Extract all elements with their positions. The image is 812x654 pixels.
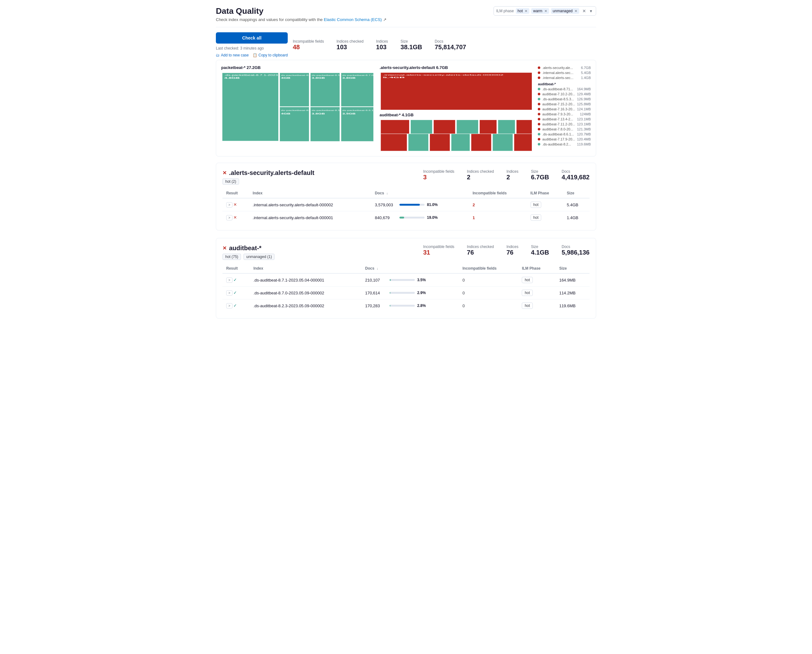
legend-dot (538, 128, 540, 130)
legend-dot (538, 103, 540, 105)
group-error-icon: ✕ (222, 170, 227, 176)
ilm-cell: hot (527, 198, 563, 211)
incompatible-cell: 0 (459, 299, 518, 312)
expand-filters-button[interactable]: ▾ (588, 8, 593, 14)
summary-stats: Incompatible fields 48 Indices checked 1… (293, 39, 466, 51)
remove-hot-tag[interactable]: ✕ (525, 9, 527, 13)
docs-bar: 3,579,003 81.0% (375, 203, 465, 207)
index-cell: .ds-auditbeat-8.7.1-2023.05.04-000001 (250, 274, 362, 287)
docs-cell: 3,579,003 81.0% (371, 198, 469, 211)
expand-button[interactable]: > (226, 215, 233, 220)
page-subtitle: Check index mappings and values for comp… (216, 17, 386, 22)
legend-item: auditbeat-7.17.9-20... 120.4MB (538, 137, 591, 142)
incompatible-cell: 0 (459, 274, 518, 287)
treemap-auditbeat-title: auditbeat-* 4.1GB (380, 113, 533, 117)
ilm-badge: hot (522, 277, 533, 283)
group-badges: hot (2) (222, 177, 314, 185)
docs-count: 170,283 (365, 304, 387, 308)
ilm-cell: hot (518, 274, 555, 287)
index-cell: .internal.alerts-security.alerts-default… (249, 211, 371, 224)
size-cell: 5.4GB (563, 198, 590, 211)
svg-rect-34 (451, 134, 470, 151)
expand-button[interactable]: > (226, 290, 233, 296)
legend-item: .ds-auditbeat-8.5.3... 126.9MB (538, 96, 591, 102)
expand-cell: > ✕ (222, 211, 249, 224)
expand-button[interactable]: > (226, 303, 233, 309)
table-row: > ✓ .ds-auditbeat-8.7.0-2023.05.09-00000… (222, 287, 590, 299)
ecs-link[interactable]: Elastic Common Schema (ECS) (324, 17, 382, 22)
size-cell: 164.9MB (555, 274, 590, 287)
svg-text:3.8GB: 3.8GB (342, 77, 355, 79)
svg-rect-36 (492, 134, 513, 151)
col-result: Result (222, 264, 250, 274)
remove-warm-tag[interactable]: ✕ (544, 9, 547, 13)
svg-rect-18 (341, 107, 374, 141)
col-size: Size (563, 188, 590, 198)
incompatible-value: 0 (463, 290, 465, 295)
filter-tag-warm: warm ✕ (531, 8, 549, 14)
filter-bar: ILM phase hot ✕ warm ✕ unmanaged ✕ ✕ ▾ (493, 6, 596, 16)
group-stat-docs: Docs 4,419,682 (562, 169, 590, 181)
docs-bar-fill (390, 279, 391, 281)
incompatible-value: 0 (463, 278, 465, 283)
group-title: .alerts-security.alerts-default (229, 169, 314, 177)
legend-dot (538, 76, 540, 79)
docs-bar: 840,679 19.0% (375, 215, 465, 220)
docs-cell: 170,614 2.9% (362, 287, 459, 299)
svg-rect-25 (410, 120, 432, 134)
result-icon: ✕ (233, 215, 237, 220)
incompatible-value: 1 (472, 215, 475, 220)
treemap-auditbeat-canvas (380, 120, 533, 151)
docs-count: 170,614 (365, 290, 387, 295)
group-title-row: ✕ auditbeat-* (222, 244, 276, 252)
table-row: > ✓ .ds-auditbeat-8.2.3-2023.05.09-00000… (222, 299, 590, 312)
copy-clipboard-link[interactable]: 📋 Copy to clipboard (253, 53, 288, 57)
col-size: Size (555, 264, 590, 274)
group-badges: hot (75) unmanaged (1) (222, 252, 276, 260)
treemap-alerts-title: .alerts-security.alerts-default 6.7GB (380, 65, 533, 70)
clipboard-icon: 📋 (253, 53, 257, 57)
expand-cell: > ✓ (222, 274, 250, 287)
ilm-cell: hot (518, 287, 555, 299)
col-ilm: ILM Phase (518, 264, 555, 274)
clear-filters-button[interactable]: ✕ (581, 8, 587, 14)
group-stats: Incompatible fields 31 Indices checked 7… (423, 244, 590, 256)
group-header: ✕ .alerts-security.alerts-default hot (2… (222, 169, 590, 185)
ilm-cell: hot (518, 299, 555, 312)
legend-dot (538, 123, 540, 125)
stat-size: Size 38.1GB (401, 39, 422, 51)
col-index: Index (250, 264, 362, 274)
legend-item: auditbeat-7.16.3-20... 124.1MB (538, 107, 591, 112)
group-stat-size: Size 6.7GB (531, 169, 549, 181)
expand-button[interactable]: > (226, 202, 233, 208)
ilm-badge: hot (522, 303, 533, 309)
legend-item: auditbeat-7.11.2-20... 123.1MB (538, 122, 591, 127)
svg-rect-29 (498, 120, 515, 134)
docs-bar: 170,283 2.8% (365, 304, 455, 308)
group-badge-1: unmanaged (1) (244, 254, 274, 260)
svg-rect-37 (513, 134, 532, 151)
stat-indices: Indices 103 (376, 39, 388, 51)
result-icon: ✕ (233, 202, 237, 207)
expand-button[interactable]: > (226, 278, 233, 283)
check-all-section: Check all Last checked: 3 minutes ago 🗂 … (216, 32, 288, 57)
svg-text:4GB: 4GB (281, 77, 291, 79)
treemap-left-canvas: .ds-packetbeat-8.7.1-2023.05.04-000001 4… (221, 72, 375, 141)
docs-bar-fill (390, 292, 390, 294)
col-result: Result (222, 188, 249, 198)
legend-item: auditbeat-7.8.0-20... 121.3MB (538, 127, 591, 132)
index-cell: .ds-auditbeat-8.7.0-2023.05.09-000002 (250, 287, 362, 299)
remove-unmanaged-tag[interactable]: ✕ (575, 9, 577, 13)
docs-count: 210,107 (365, 278, 387, 283)
check-all-button[interactable]: Check all (216, 32, 288, 44)
add-to-case-link[interactable]: 🗂 Add to new case (216, 53, 249, 57)
svg-rect-31 (380, 134, 407, 151)
col-index: Index (249, 188, 371, 198)
group-stat-docs: Docs 5,986,136 (562, 244, 590, 256)
docs-bar-track (390, 305, 415, 307)
docs-pct: 3.5% (417, 278, 426, 282)
filter-tag-hot: hot ✕ (516, 8, 530, 14)
treemap-legend: .alerts-security.ale... 6.7GB .internal.… (538, 65, 591, 151)
group-stat-size: Size 4.1GB (531, 244, 549, 256)
treemap-auditbeat-panel: auditbeat-* 4.1GB (380, 113, 533, 151)
